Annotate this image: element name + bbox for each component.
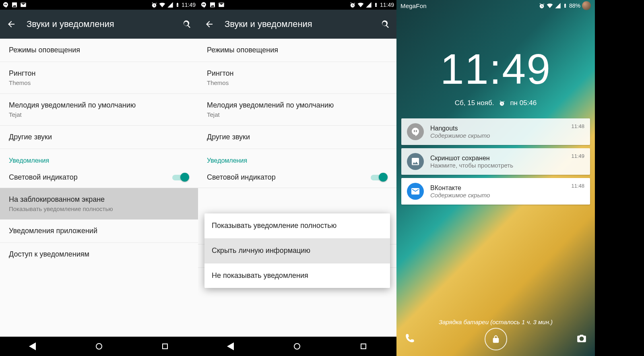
popup-option-hide-sensitive[interactable]: Скрыть личную информацию xyxy=(204,238,390,263)
popup-option-show-full[interactable]: Показывать уведомление полностью xyxy=(204,213,390,238)
settings-list: Режимы оповещения Рингтон Themos Мелодия… xyxy=(0,39,198,337)
nav-back-icon[interactable] xyxy=(28,342,38,351)
cell-icon xyxy=(555,2,561,9)
phone-lockscreen: MegaFon 88% 11:49 Сб, 15 нояб. пн 05:46 … xyxy=(396,0,595,356)
mail-icon xyxy=(407,183,424,200)
nav-home-icon[interactable] xyxy=(292,342,302,351)
charging-status: Зарядка батареи (осталось 1 ч. 3 мин.) xyxy=(396,319,595,325)
nav-bar xyxy=(198,337,396,356)
notification-time: 11:48 xyxy=(571,183,584,189)
notification-card[interactable]: Скриншот сохранен Нажмите, чтобы просмот… xyxy=(401,148,590,175)
wifi-icon xyxy=(547,2,553,9)
notification-time: 11:48 xyxy=(571,123,584,129)
notification-card[interactable]: ВКонтакте Содержимое скрыто 11:48 xyxy=(401,178,590,205)
row-notification-sound[interactable]: Мелодия уведомлений по умолчанию Tejat xyxy=(0,94,198,126)
phone-icon[interactable] xyxy=(405,333,415,345)
row-ringtone[interactable]: Рингтон Themos xyxy=(0,62,198,94)
notification-title: ВКонтакте xyxy=(430,184,565,192)
row-app-notifications[interactable]: Уведомления приложений xyxy=(0,219,198,243)
battery-icon xyxy=(563,2,568,9)
back-icon[interactable] xyxy=(204,19,214,29)
settings-list: Режимы оповещения Рингтон Themos Мелодия… xyxy=(198,39,396,337)
picture-icon xyxy=(209,2,216,8)
row-alert-modes[interactable]: Режимы оповещения xyxy=(0,39,198,62)
wifi-icon xyxy=(357,2,364,8)
envelope-icon xyxy=(218,2,225,8)
back-icon[interactable] xyxy=(6,19,16,29)
nav-home-icon[interactable] xyxy=(94,342,104,351)
carrier-label: MegaFon xyxy=(400,2,427,9)
alarm-icon xyxy=(539,2,545,9)
hangouts-icon xyxy=(200,2,207,8)
unlock-button[interactable] xyxy=(485,328,507,350)
avatar[interactable] xyxy=(582,1,591,10)
switch-led[interactable] xyxy=(371,172,388,182)
lock-clock: 11:49 xyxy=(396,48,595,90)
camera-icon[interactable] xyxy=(576,333,587,345)
status-time: 11:49 xyxy=(182,2,196,8)
cell-icon xyxy=(365,2,372,8)
notification-text: Содержимое скрыто xyxy=(430,132,565,139)
clock-block: 11:49 Сб, 15 нояб. пн 05:46 xyxy=(396,48,595,107)
alarm-icon xyxy=(151,2,157,8)
nav-bar xyxy=(0,337,198,356)
picture-icon xyxy=(11,2,18,8)
phone-settings-2: 11:49 Звуки и уведомления Режимы оповеще… xyxy=(198,0,396,356)
alarm-icon xyxy=(349,2,356,8)
row-notification-sound[interactable]: Мелодия уведомлений по умолчанию Tejat xyxy=(198,94,396,126)
hangouts-icon xyxy=(407,123,424,140)
action-bar-title: Звуки и уведомления xyxy=(27,19,182,29)
nav-back-icon[interactable] xyxy=(226,342,236,351)
notification-text: Нажмите, чтобы просмотреть xyxy=(430,162,565,169)
lock-action-row xyxy=(396,328,595,350)
row-alert-modes[interactable]: Режимы оповещения xyxy=(198,39,396,62)
action-bar: Звуки и уведомления xyxy=(0,10,198,39)
row-ringtone[interactable]: Рингтон Themos xyxy=(198,62,396,94)
action-bar: Звуки и уведомления xyxy=(198,10,396,39)
switch-led[interactable] xyxy=(172,172,189,182)
section-notifications: Уведомления xyxy=(198,149,396,167)
search-icon[interactable] xyxy=(182,19,192,29)
row-other-sounds[interactable]: Другие звуки xyxy=(0,126,198,149)
battery-icon xyxy=(175,2,180,8)
image-icon xyxy=(407,153,424,170)
nav-recent-icon[interactable] xyxy=(160,342,170,351)
row-on-lock-screen[interactable]: На заблокированном экране Показывать уве… xyxy=(0,188,198,219)
status-bar: 11:49 xyxy=(0,0,198,10)
action-bar-title: Звуки и уведомления xyxy=(225,19,380,29)
status-bar: 11:49 xyxy=(198,0,396,10)
lock-date: Сб, 15 нояб. xyxy=(455,99,494,107)
row-led-indicator[interactable]: Световой индикатор xyxy=(198,167,396,188)
row-notification-access[interactable]: Доступ к уведомлениям xyxy=(0,243,198,266)
notification-time: 11:49 xyxy=(571,153,584,159)
section-notifications: Уведомления xyxy=(0,149,198,167)
lock-alarm: пн 05:46 xyxy=(510,99,537,107)
notification-title: Hangouts xyxy=(430,125,565,132)
alarm-icon xyxy=(499,100,505,106)
search-icon[interactable] xyxy=(380,19,390,29)
popup-option-dont-show[interactable]: Не показывать уведомления xyxy=(204,263,390,288)
battery-percent: 88% xyxy=(569,2,580,9)
notification-stack: Hangouts Содержимое скрыто 11:48 Скриншо… xyxy=(401,118,590,205)
phone-settings-1: 11:49 Звуки и уведомления Режимы оповеще… xyxy=(0,0,198,356)
lock-screen-popup: Показывать уведомление полностью Скрыть … xyxy=(204,213,390,288)
row-other-sounds[interactable]: Другие звуки xyxy=(198,126,396,149)
nav-recent-icon[interactable] xyxy=(359,342,368,351)
notification-title: Скриншот сохранен xyxy=(430,155,565,162)
cell-icon xyxy=(167,2,173,8)
notification-text: Содержимое скрыто xyxy=(430,192,565,199)
hangouts-icon xyxy=(2,2,9,8)
row-led-indicator[interactable]: Световой индикатор xyxy=(0,167,198,188)
status-bar: MegaFon 88% xyxy=(396,0,595,11)
notification-card[interactable]: Hangouts Содержимое скрыто 11:48 xyxy=(401,118,590,145)
envelope-icon xyxy=(20,2,27,8)
battery-icon xyxy=(374,2,378,8)
wifi-icon xyxy=(159,2,165,8)
status-time: 11:49 xyxy=(380,2,394,8)
